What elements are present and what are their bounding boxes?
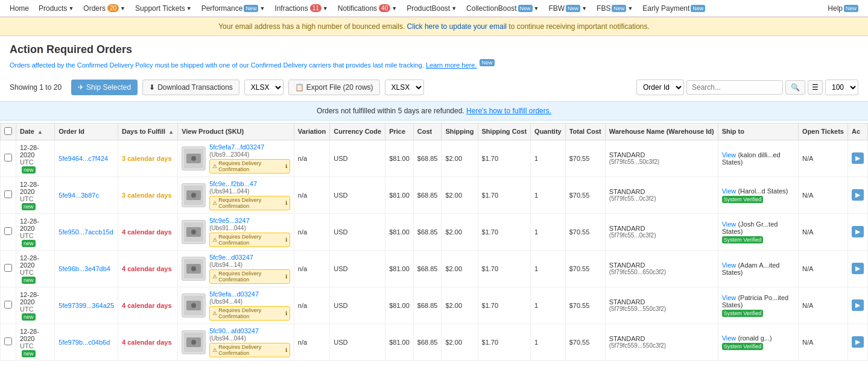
warehouse-name: STANDARD [609,151,714,158]
new-badge: New [566,5,580,12]
product-link[interactable]: 5fc9e5...3247 [209,217,290,224]
svg-point-17 [191,340,196,345]
action-button[interactable]: ▶ [852,299,864,311]
date-cell: 12-28-2020 UTC new [16,324,55,360]
nav-infractions[interactable]: Infractions 11 ▼ [270,0,332,17]
order-id-link[interactable]: 5fe96b...3e47db4 [59,265,110,272]
row-checkbox-cell[interactable] [1,250,16,287]
info-icon: ⚠ [212,200,217,206]
alert-text-2: to continue receiving important notifica… [508,22,649,31]
learn-more-link[interactable]: Learn more here. [426,61,477,69]
order-id-header[interactable]: Order Id [55,123,118,140]
date-utc: UTC [20,195,51,202]
order-id-link[interactable]: 5fe979b...c04b6d [59,339,110,346]
ship-to-link[interactable]: View [722,221,738,228]
nav-products[interactable]: Products ▼ [34,0,78,17]
price-cell: $81.00 [385,287,414,324]
action-cell[interactable]: ▶ [847,250,867,287]
new-order-badge: new [22,313,36,321]
product-cell: 5fc9efa7...fd03247 (Ubs9...23044) ⚠ Requ… [178,140,294,177]
action-cell[interactable]: ▶ [847,213,867,250]
row-checkbox[interactable] [4,337,12,345]
action-button[interactable]: ▶ [852,189,864,201]
action-button[interactable]: ▶ [852,226,864,237]
product-link[interactable]: 5fc9efa7...fd03247 [209,143,290,151]
rows-per-page-select[interactable]: 100 [825,80,858,95]
filter-select[interactable]: Order Id [636,80,684,95]
export-file-button[interactable]: 📋 Export File (20 rows) [288,80,380,95]
row-checkbox[interactable] [4,190,12,198]
row-checkbox-cell[interactable] [1,324,16,360]
action-cell[interactable]: ▶ [847,177,867,213]
list-view-button[interactable]: ☰ [808,80,823,95]
action-cell[interactable]: ▶ [847,140,867,177]
order-id-link[interactable]: 5fe950...7accb15d [59,228,113,236]
nav-collectionboost[interactable]: CollectionBoost New ▼ [461,0,543,17]
nav-productboost[interactable]: ProductBoost ▼ [402,0,461,17]
order-id-link[interactable]: 5fe94...3b87c [59,192,99,199]
search-input[interactable] [686,80,783,95]
orders-badge: 20 [107,4,119,12]
export-format-select[interactable]: XLSX [385,80,424,95]
product-image [184,186,203,205]
action-cell[interactable]: ▶ [847,324,867,360]
product-info: 5fc9efa...d03247 (Ubs94...44) ⚠ Requires… [209,290,290,321]
ship-to-link[interactable]: View [722,294,738,301]
infractions-badge: 11 [310,4,322,12]
row-checkbox-cell[interactable] [1,287,16,324]
download-transactions-button[interactable]: ⬇ Download Transactions [142,80,239,95]
cost-cell: $68.85 [413,287,442,324]
ship-selected-button[interactable]: ✈ Ship Selected [71,80,138,95]
order-id-link[interactable]: 5fe97399...364a25 [59,302,114,309]
action-cell[interactable]: ▶ [847,287,867,324]
nav-home[interactable]: Home [5,0,34,17]
system-verified-badge: System Verified [722,310,764,317]
nav-notifications[interactable]: Notifications 40 ▼ [333,0,402,17]
row-checkbox-cell[interactable] [1,177,16,213]
nav-fbs[interactable]: FBS New ▼ [592,0,638,17]
ship-to-link[interactable]: View [722,334,738,342]
action-button[interactable]: ▶ [852,336,864,348]
fulfill-orders-link[interactable]: Here's how to fulfill orders. [466,107,551,115]
ship-to-link[interactable]: View [722,262,738,269]
quantity-cell: 1 [531,250,566,287]
nav-support-tickets[interactable]: Support Tickets ▼ [130,0,197,17]
row-checkbox[interactable] [4,227,12,235]
nav-help[interactable]: Help New [823,0,863,17]
warehouse-cell: STANDARD (5f79fc55...0c3f2) [605,177,718,213]
row-checkbox[interactable] [4,154,12,161]
action-button[interactable]: ▶ [852,152,864,164]
row-checkbox-cell[interactable] [1,213,16,250]
alert-link[interactable]: Click here to update your email [407,22,507,31]
table-row: 12-28-2020 UTC new 5fe97399...364a25 4 c… [1,287,868,324]
nav-performance[interactable]: Performance New ▼ [197,0,270,17]
row-checkbox[interactable] [4,301,12,309]
product-link[interactable]: 5fc90...afd03247 [209,327,290,334]
table-row: 12-28-2020 UTC new 5fe94...3b87c 3 calen… [1,177,868,213]
ship-to-name: (ronald g...) [738,334,771,342]
nav-early-payment[interactable]: Early Payment New [638,0,710,17]
new-badge: New [844,5,858,12]
nav-orders[interactable]: Orders 20 ▼ [78,0,130,17]
select-all-checkbox[interactable] [4,127,12,135]
nav-fbw[interactable]: FBW New ▼ [543,0,592,17]
product-link[interactable]: 5fc9e...d03247 [209,254,290,261]
row-checkbox-cell[interactable] [1,140,16,177]
ship-to-link[interactable]: View [722,151,738,158]
shipping-cell: $2.00 [442,140,478,177]
product-link[interactable]: 5fc9efa...d03247 [209,290,290,298]
days-value: 4 calendar days [122,339,172,346]
showing-count: Showing 1 to 20 [10,83,62,92]
row-checkbox[interactable] [4,264,12,272]
ship-to-link[interactable]: View [722,187,738,195]
select-all-header[interactable] [1,123,16,140]
days-to-fulfill-header[interactable]: Days to Fulfill ▲ [118,123,178,140]
date-header[interactable]: Date ▲ [16,123,55,140]
action-button[interactable]: ▶ [852,263,864,274]
download-format-select[interactable]: XLSX [244,80,284,95]
order-id-link[interactable]: 5fe9464...c7f424 [59,155,108,162]
days-value: 4 calendar days [122,265,172,272]
help-icon: ℹ [285,200,287,206]
product-link[interactable]: 5fc9e...f2bb...47 [209,180,290,187]
search-button[interactable]: 🔍 [785,80,805,95]
